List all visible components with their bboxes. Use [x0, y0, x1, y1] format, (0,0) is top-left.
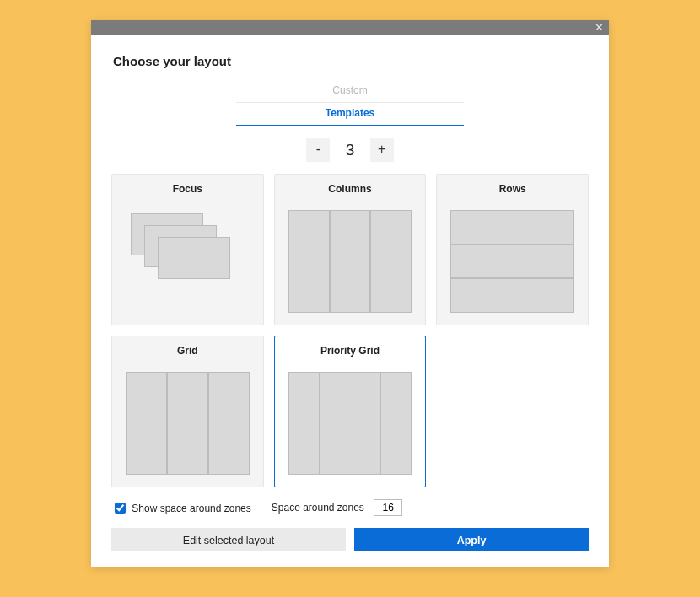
layout-tabs: Custom Templates	[111, 80, 589, 126]
dialog-buttons: Edit selected layout Apply	[111, 528, 589, 551]
close-icon[interactable]: ✕	[595, 22, 604, 34]
template-preview-grid	[126, 372, 250, 475]
decrement-button[interactable]: -	[306, 138, 330, 162]
template-preview-focus	[126, 210, 250, 313]
space-around-group: Space around zones	[272, 499, 402, 516]
options-row: Show space around zones Space around zon…	[111, 499, 589, 516]
template-preview-rows	[450, 210, 574, 313]
tab-templates[interactable]: Templates	[236, 103, 464, 126]
templates-grid: Focus Columns Rows Gri	[111, 174, 589, 487]
template-title: Columns	[283, 183, 417, 195]
zone-count-stepper: - 3 +	[111, 138, 589, 162]
dialog-heading: Choose your layout	[113, 54, 589, 68]
template-card-grid[interactable]: Grid	[111, 336, 264, 487]
template-card-columns[interactable]: Columns	[274, 174, 427, 325]
show-space-checkbox-label[interactable]: Show space around zones	[111, 500, 251, 516]
template-title: Priority Grid	[283, 345, 417, 357]
space-around-label: Space around zones	[272, 502, 364, 514]
template-title: Focus	[121, 183, 255, 195]
edit-layout-button[interactable]: Edit selected layout	[111, 528, 346, 551]
template-card-rows[interactable]: Rows	[436, 174, 589, 325]
layout-dialog: ✕ Choose your layout Custom Templates - …	[91, 20, 609, 567]
template-card-focus[interactable]: Focus	[111, 174, 264, 325]
increment-button[interactable]: +	[370, 138, 394, 162]
template-title: Rows	[445, 183, 579, 195]
dialog-body: Choose your layout Custom Templates - 3 …	[91, 35, 609, 567]
zone-count-value: 3	[333, 141, 367, 159]
space-around-input[interactable]	[374, 499, 402, 516]
dialog-titlebar: ✕	[91, 20, 609, 35]
show-space-checkbox[interactable]	[115, 503, 126, 514]
show-space-label-text: Show space around zones	[132, 503, 250, 514]
apply-button[interactable]: Apply	[354, 528, 589, 551]
template-title: Grid	[121, 345, 255, 357]
tab-custom[interactable]: Custom	[236, 80, 464, 103]
template-card-priority[interactable]: Priority Grid	[274, 336, 427, 487]
template-preview-priority	[288, 372, 412, 475]
template-preview-columns	[288, 210, 412, 313]
